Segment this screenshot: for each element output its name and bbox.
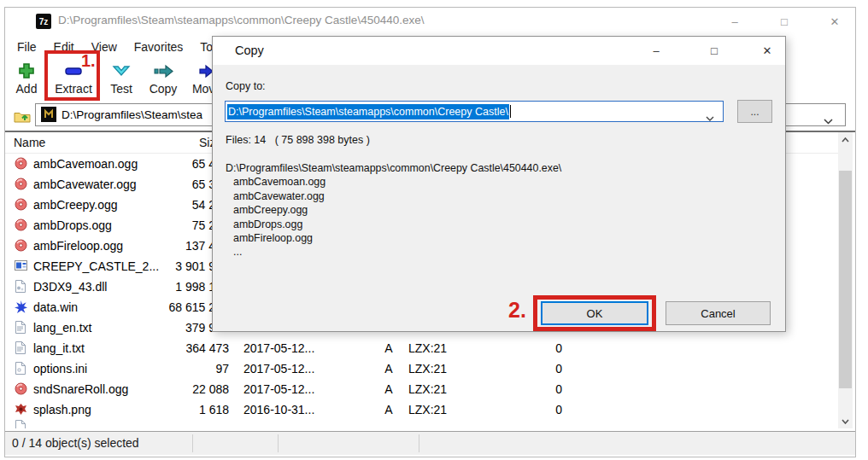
file-attributes: A — [378, 362, 399, 376]
dialog-file-list-line: ambCavewater.ogg — [226, 189, 561, 203]
address-path: D:\Programfiles\Steam\stea — [62, 108, 202, 121]
ini-file-icon — [15, 362, 28, 376]
audio-file-icon — [15, 178, 28, 191]
audio-file-icon — [15, 239, 28, 253]
copy-button[interactable]: Copy — [140, 61, 186, 102]
files-summary: Files: 14 ( 75 898 398 bytes ) — [226, 134, 370, 146]
file-name: options.ini — [33, 362, 87, 376]
column-header-name[interactable]: Name — [14, 136, 45, 149]
scroll-down-arrow[interactable] — [838, 414, 853, 428]
text-caret — [510, 105, 511, 118]
up-folder-icon — [14, 109, 31, 124]
test-label: Test — [110, 82, 132, 96]
annotation-box-step2 — [533, 295, 656, 331]
minimize-button[interactable]: – — [721, 10, 748, 32]
main-titlebar[interactable]: 7z D:\Programfiles\Steam\steamapps\commo… — [5, 8, 855, 35]
file-size: 3 901 9 — [125, 259, 215, 273]
file-name: ambCreepy.ogg — [33, 198, 118, 212]
add-button[interactable]: Add — [7, 61, 46, 102]
test-chevron-icon — [110, 61, 132, 81]
audio-file-icon — [15, 382, 28, 396]
dialog-file-list: D:\Programfiles\Steam\steamapps\common\C… — [226, 161, 561, 259]
file-name: splash.png — [33, 403, 91, 416]
file-size: 137 4 — [125, 239, 215, 253]
copy-arrow-icon — [151, 61, 175, 81]
file-folders: 0 — [480, 403, 562, 416]
file-size: 65 3 — [125, 178, 215, 191]
copy-dialog: Copy – □ ✕ Copy to: D:\Programfiles\Stea… — [212, 36, 786, 332]
file-method: LZX:21 — [408, 362, 485, 376]
status-bar: 0 / 14 object(s) selected — [5, 431, 855, 455]
status-divider — [278, 434, 279, 452]
dialog-maximize-button[interactable]: □ — [700, 40, 729, 61]
status-divider — [192, 434, 193, 452]
dialog-titlebar[interactable]: Copy – □ ✕ — [213, 37, 785, 65]
file-name: D3DX9_43.dll — [33, 280, 107, 294]
dll-file-icon — [15, 280, 28, 294]
chevron-down-icon[interactable] — [706, 109, 714, 125]
file-name: lang_it.txt — [33, 341, 85, 355]
annotation-number-step1: 1. — [81, 51, 96, 71]
dialog-minimize-button[interactable]: – — [642, 40, 671, 61]
add-plus-icon — [15, 61, 38, 81]
file-method: LZX:21 — [408, 403, 485, 416]
destination-path-value[interactable]: D:\Programfiles\Steam\steamapps\common\C… — [227, 104, 509, 119]
table-row-partial[interactable] — [15, 420, 28, 428]
file-name: data.win — [33, 300, 78, 314]
file-name: lang_en.txt — [33, 321, 92, 335]
scrollbar-thumb[interactable] — [839, 171, 852, 388]
file-name: ambCavewater.ogg — [33, 178, 137, 191]
file-name: ambDrops.ogg — [33, 218, 112, 232]
destination-path-combo[interactable]: D:\Programfiles\Steam\steamapps\common\C… — [225, 101, 724, 122]
dialog-file-list-line: D:\Programfiles\Steam\steamapps\common\C… — [226, 161, 561, 175]
image-file-icon — [15, 403, 28, 416]
maximize-button[interactable]: □ — [771, 10, 798, 32]
test-button[interactable]: Test — [101, 61, 142, 102]
file-size: 22 088 — [125, 382, 229, 396]
dialog-file-list-line: ambDrops.ogg — [226, 218, 561, 231]
file-size: 97 — [125, 362, 229, 376]
menu-item-file[interactable]: File — [9, 40, 45, 54]
dialog-file-list-line: ambFireloop.ogg — [226, 231, 561, 245]
file-date: 2016-10-31... — [243, 403, 380, 416]
table-row[interactable]: options.ini 97 2017-05-12... A LZX:21 0 — [5, 358, 838, 379]
vertical-scrollbar[interactable] — [838, 132, 853, 428]
dialog-file-list-line: ambCreepy.ogg — [226, 203, 561, 217]
scroll-up-arrow[interactable] — [838, 132, 853, 147]
dialog-close-button[interactable]: ✕ — [753, 40, 782, 61]
file-method: LZX:21 — [408, 382, 485, 396]
file-attributes: A — [378, 382, 399, 396]
file-attributes: A — [378, 403, 399, 416]
table-row[interactable]: lang_it.txt 364 473 2017-05-12... A LZX:… — [5, 338, 838, 358]
browse-button[interactable]: ... — [737, 100, 772, 123]
file-name: ambFireloop.ogg — [33, 239, 123, 253]
chevron-down-icon[interactable] — [824, 113, 833, 128]
copy-to-label: Copy to: — [226, 80, 266, 92]
file-name: sndSnareRoll.ogg — [33, 382, 128, 396]
table-row[interactable]: splash.png 1 618 2016-10-31... A LZX:21 … — [5, 399, 838, 420]
file-method: LZX:21 — [408, 341, 485, 355]
file-size: 1 618 — [125, 403, 229, 416]
file-date: 2017-05-12... — [243, 382, 380, 396]
audio-file-icon — [15, 157, 28, 171]
screen: 7z D:\Programfiles\Steam\steamapps\commo… — [0, 0, 868, 460]
dialog-file-list-line: ambCavemoan.ogg — [226, 175, 561, 189]
up-folder-button[interactable] — [11, 106, 33, 126]
file-date: 2017-05-12... — [243, 362, 380, 376]
file-folders: 0 — [480, 382, 562, 396]
menu-item-favorites[interactable]: Favorites — [126, 40, 192, 54]
audio-file-icon — [15, 198, 28, 212]
file-attributes: A — [378, 341, 399, 355]
audio-file-icon — [15, 218, 28, 232]
file-size: 1 998 1 — [125, 280, 215, 294]
dialog-title: Copy — [235, 44, 264, 57]
window-title: D:\Programfiles\Steam\steamapps\common\C… — [58, 14, 424, 26]
file-size: 364 473 — [125, 341, 229, 355]
annotation-number-step2: 2. — [508, 298, 526, 323]
cancel-button[interactable]: Cancel — [666, 301, 771, 325]
file-folders: 0 — [480, 362, 562, 376]
table-row[interactable]: sndSnareRoll.ogg 22 088 2017-05-12... A … — [5, 379, 838, 399]
status-divider — [419, 434, 419, 452]
file-date: 2017-05-12... — [243, 341, 380, 355]
close-button[interactable]: ✕ — [821, 10, 848, 32]
